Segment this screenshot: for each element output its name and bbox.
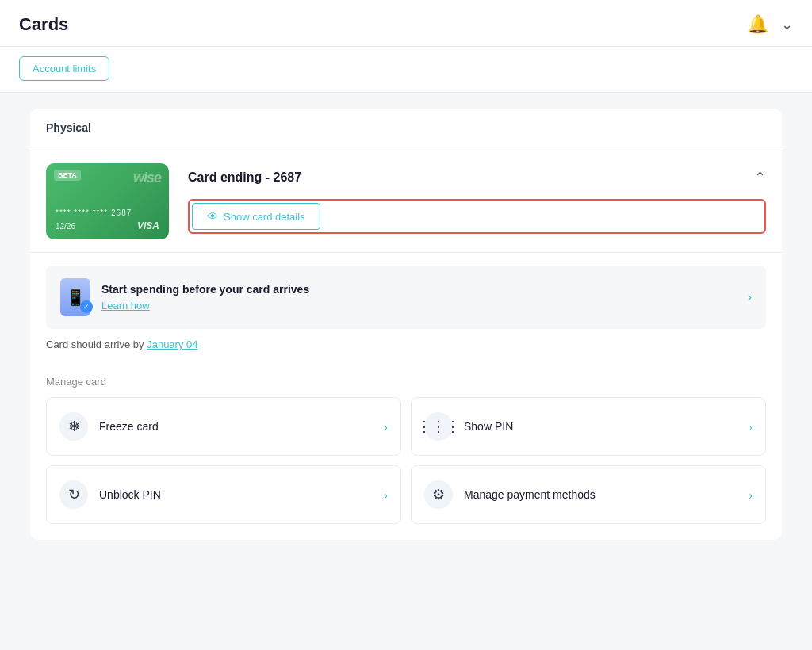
payment-methods-label: Manage payment methods xyxy=(464,488,737,501)
card-info-area: Card ending - 2687 ⌃ 👁 Show card details xyxy=(188,169,766,234)
eye-icon: 👁 xyxy=(207,210,218,223)
manage-card-unblock-pin[interactable]: ↻ Unblock PIN › xyxy=(46,465,401,524)
arrive-by-date-link[interactable]: January 04 xyxy=(147,338,197,350)
top-bar-right: 🔔 ⌄ xyxy=(747,14,793,35)
card-ending-header: Card ending - 2687 ⌃ xyxy=(188,169,766,186)
show-pin-chevron-icon: › xyxy=(749,420,753,434)
spend-icon: 📱 xyxy=(60,278,90,316)
unblock-pin-label: Unblock PIN xyxy=(99,488,373,501)
account-limits-button[interactable]: Account limits xyxy=(19,56,109,81)
manage-card-section: Manage card ❄ Freeze card › ⋮⋮⋮ Show PIN… xyxy=(30,363,782,540)
spend-chevron-right-icon: › xyxy=(748,290,752,304)
freeze-label: Freeze card xyxy=(99,420,373,433)
visa-logo: VISA xyxy=(137,220,159,231)
payment-methods-icon: ⚙ xyxy=(424,480,453,509)
manage-card-grid: ❄ Freeze card › ⋮⋮⋮ Show PIN › ↻ Unblock… xyxy=(46,397,766,540)
card-bottom: 12/26 VISA xyxy=(56,220,159,231)
arrive-by-text: Card should arrive by January 04 xyxy=(30,329,782,363)
show-pin-label: Show PIN xyxy=(464,420,737,433)
spend-before-arrive-card[interactable]: 📱 Start spending before your card arrive… xyxy=(46,266,766,329)
main-content: Physical BETA wise **** **** **** 2687 1… xyxy=(17,93,795,568)
show-pin-icon: ⋮⋮⋮ xyxy=(424,412,453,441)
beta-label: BETA xyxy=(54,170,81,181)
credit-card-visual: BETA wise **** **** **** 2687 12/26 VISA xyxy=(46,163,169,239)
show-card-details-wrapper: 👁 Show card details xyxy=(188,199,766,234)
wise-logo: wise xyxy=(133,170,161,186)
physical-section-header: Physical xyxy=(30,109,782,147)
card-number-masked: **** **** **** 2687 xyxy=(56,208,132,217)
collapse-card-icon[interactable]: ⌃ xyxy=(754,169,766,186)
freeze-chevron-icon: › xyxy=(384,420,388,434)
physical-section: Physical BETA wise **** **** **** 2687 1… xyxy=(30,109,782,540)
notification-bell-icon[interactable]: 🔔 xyxy=(747,14,768,35)
manage-card-freeze[interactable]: ❄ Freeze card › xyxy=(46,397,401,456)
payment-methods-chevron-icon: › xyxy=(749,488,753,502)
spend-text: Start spending before your card arrives … xyxy=(102,283,737,312)
unblock-pin-icon: ↻ xyxy=(59,480,88,509)
learn-how-link[interactable]: Learn how xyxy=(102,300,150,312)
freeze-icon: ❄ xyxy=(59,412,88,441)
page-title: Cards xyxy=(19,14,68,35)
card-expiry: 12/26 xyxy=(56,222,75,231)
manage-card-show-pin[interactable]: ⋮⋮⋮ Show PIN › xyxy=(411,397,766,456)
top-bar: Cards 🔔 ⌄ xyxy=(0,0,812,47)
unblock-pin-chevron-icon: › xyxy=(384,488,388,502)
manage-card-payment-methods[interactable]: ⚙ Manage payment methods › xyxy=(411,465,766,524)
sub-bar: Account limits xyxy=(0,47,812,93)
manage-card-label: Manage card xyxy=(46,376,766,388)
show-card-details-button[interactable]: 👁 Show card details xyxy=(192,203,320,230)
chevron-down-icon[interactable]: ⌄ xyxy=(781,16,793,33)
card-details-row: BETA wise **** **** **** 2687 12/26 VISA… xyxy=(30,147,782,253)
spend-text-title: Start spending before your card arrives xyxy=(102,283,737,296)
card-ending-title: Card ending - 2687 xyxy=(188,170,301,185)
